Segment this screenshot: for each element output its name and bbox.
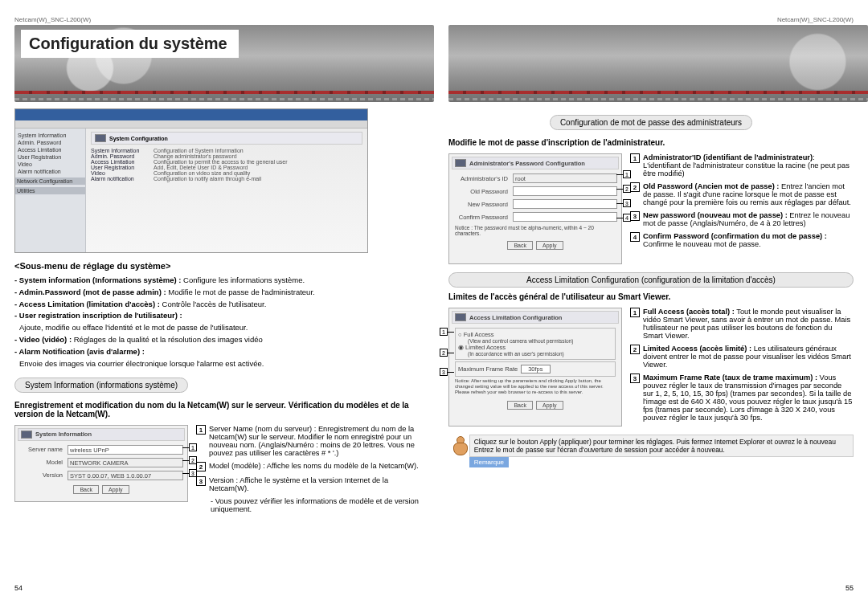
access-bold: Limites de l'accès général de l'utilisat… [448,292,854,301]
banner-title: Configuration du système [21,30,239,58]
sysinfo-screenshot: System Information Server namewireless U… [14,425,188,502]
panel-icon [455,159,466,167]
apply-button[interactable]: Apply [536,401,563,410]
apply-button[interactable]: Apply [102,485,129,494]
admin-numlist: 1Administrator'ID (identifiant de l'admi… [630,153,854,248]
main-screenshot: System Information Admin. Password Acces… [14,108,368,253]
banner: Configuration du système [14,25,434,102]
access-numlist: 1Full Access (accès total) : Tout le mon… [630,308,854,422]
screenshot-content: System Configuration System InformationC… [86,129,367,252]
admin-pill: Configuration de mot de passe des admini… [550,115,752,130]
header-left: Netcam(W)_SNC-L200(W) [14,16,420,23]
apply-button[interactable]: Apply [536,241,563,250]
back-button[interactable]: Back [73,485,99,494]
panel-icon [21,431,32,439]
back-button[interactable]: Back [507,241,533,250]
person-icon [448,435,465,460]
page-spread: Netcam(W)_SNC-L200(W) Configuration du s… [0,0,868,600]
header-right: Netcam(W)_SNC-L200(W) [448,16,854,23]
remark-label: Remarque [469,457,509,467]
banner-right [448,25,868,102]
admin-screenshot: Administrator's Password Configuration A… [448,153,622,264]
pagenum-left: 54 [14,584,23,592]
back-button[interactable]: Back [507,401,533,410]
access-pill: Access Limitation Configuration (configu… [448,272,854,288]
admin-bold: Modifie le mot de passe d'inscription de… [448,138,854,147]
submenu-heading: <Sous-menu de réglage du système> [14,261,420,271]
panel-icon [455,313,466,321]
sysinfo-pill: System Information (informations système… [14,378,188,393]
submenu-list: - System information (Informations systè… [14,276,420,369]
access-screenshot: Access Limitation Configuration ○ Full A… [448,308,622,427]
panel-icon [95,134,106,142]
pagenum-right: 55 [845,584,854,592]
screenshot-nav: System Information Admin. Password Acces… [15,129,86,252]
remark-text: Cliquez sur le bouton Apply (appliquer) … [469,435,854,457]
page-left: Netcam(W)_SNC-L200(W) Configuration du s… [0,0,434,600]
remark: Cliquez sur le bouton Apply (appliquer) … [448,435,854,467]
sysinfo-bold: Enregistrement et modification du nom du… [14,401,420,418]
sysinfo-numlist: 1Server Name (nom du serveur) : Enregist… [196,425,420,513]
page-right: Netcam(W)_SNC-L200(W) Configuration de m… [434,0,868,600]
